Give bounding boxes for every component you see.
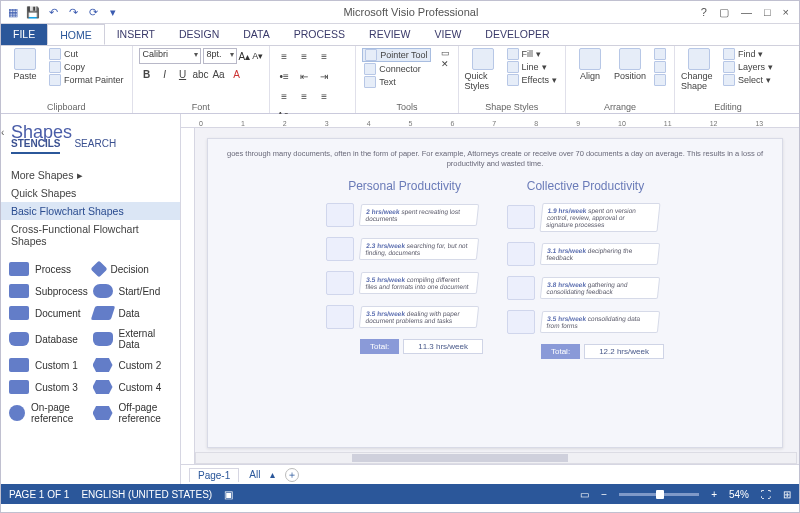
tab-insert[interactable]: INSERT: [105, 24, 167, 45]
strike-icon[interactable]: abc: [193, 66, 209, 82]
shape-custom-3[interactable]: Custom 3: [9, 378, 89, 396]
refresh-icon[interactable]: ⟳: [85, 4, 101, 20]
redo-icon[interactable]: ↷: [65, 4, 81, 20]
ruler-vertical: [181, 128, 195, 464]
fill-button[interactable]: Fill▾: [505, 48, 559, 60]
shape-start-end[interactable]: Start/End: [93, 282, 173, 300]
status-language[interactable]: ENGLISH (UNITED STATES): [81, 489, 212, 500]
layers-button[interactable]: Layers▾: [721, 61, 775, 73]
all-pages-chevron-icon[interactable]: ▴: [270, 469, 275, 480]
zoom-slider[interactable]: [619, 493, 699, 496]
bullets-icon[interactable]: •≡: [276, 68, 292, 84]
effects-button[interactable]: Effects▾: [505, 74, 559, 86]
align-right-icon[interactable]: ≡: [316, 88, 332, 104]
presentation-mode-icon[interactable]: ▭: [580, 489, 589, 500]
tab-process[interactable]: PROCESS: [282, 24, 357, 45]
tab-review[interactable]: REVIEW: [357, 24, 422, 45]
font-size-combo[interactable]: 8pt.: [203, 48, 237, 64]
format-painter-button[interactable]: Format Painter: [47, 74, 126, 86]
align-left-icon[interactable]: ≡: [276, 88, 292, 104]
collapse-shapes-icon[interactable]: ‹: [1, 127, 180, 138]
help-icon[interactable]: ?: [701, 6, 707, 19]
close-icon[interactable]: ×: [783, 6, 789, 19]
align-center-icon[interactable]: ≡: [296, 88, 312, 104]
align-button[interactable]: Align: [572, 48, 608, 81]
copy-button[interactable]: Copy: [47, 61, 126, 73]
align-middle-icon[interactable]: ≡: [296, 48, 312, 64]
shape-process[interactable]: Process: [9, 260, 89, 278]
add-page-button[interactable]: ＋: [285, 468, 299, 482]
status-page[interactable]: PAGE 1 OF 1: [9, 489, 69, 500]
tab-view[interactable]: VIEW: [423, 24, 474, 45]
scrollbar-horizontal[interactable]: [195, 452, 797, 464]
paste-button[interactable]: Paste: [7, 48, 43, 81]
group-icon[interactable]: [652, 74, 668, 86]
stencil-cross-functional[interactable]: Cross-Functional Flowchart Shapes: [11, 220, 170, 250]
connector-tool-button[interactable]: Connector: [362, 63, 430, 75]
font-color-icon[interactable]: A: [229, 66, 245, 82]
cut-button[interactable]: Cut: [47, 48, 126, 60]
shape-data[interactable]: Data: [93, 304, 173, 322]
tab-home[interactable]: HOME: [47, 24, 105, 45]
eraser-tool-icon[interactable]: ✕: [439, 59, 452, 69]
underline-icon[interactable]: U: [175, 66, 191, 82]
zoom-knob[interactable]: [656, 490, 664, 499]
save-icon[interactable]: 💾: [25, 4, 41, 20]
find-button[interactable]: Find▾: [721, 48, 775, 60]
indent-dec-icon[interactable]: ⇤: [296, 68, 312, 84]
select-button[interactable]: Select▾: [721, 74, 775, 86]
align-bottom-icon[interactable]: ≡: [316, 48, 332, 64]
quick-styles-button[interactable]: Quick Styles: [465, 48, 501, 91]
zoom-in-icon[interactable]: +: [711, 489, 717, 500]
tab-design[interactable]: DESIGN: [167, 24, 231, 45]
send-back-icon[interactable]: [652, 61, 668, 73]
align-top-icon[interactable]: ≡: [276, 48, 292, 64]
shape-custom-2[interactable]: Custom 2: [93, 356, 173, 374]
pan-zoom-icon[interactable]: ⊞: [783, 489, 791, 500]
stencil-basic-flowchart[interactable]: Basic Flowchart Shapes: [1, 202, 180, 220]
shape-custom-1[interactable]: Custom 1: [9, 356, 89, 374]
page-tab-1[interactable]: Page-1: [189, 468, 239, 482]
tab-data[interactable]: DATA: [231, 24, 281, 45]
ribbon-display-icon[interactable]: ▢: [719, 6, 729, 19]
text-tool-button[interactable]: Text: [362, 76, 430, 88]
undo-icon[interactable]: ↶: [45, 4, 61, 20]
shape-custom-4[interactable]: Custom 4: [93, 378, 173, 396]
shape-decision[interactable]: Decision: [93, 260, 173, 278]
scrollbar-thumb[interactable]: [352, 454, 568, 462]
increase-font-icon[interactable]: A▴: [239, 51, 251, 62]
change-shape-button[interactable]: Change Shape: [681, 48, 717, 91]
zoom-out-icon[interactable]: −: [601, 489, 607, 500]
shape-database[interactable]: Database: [9, 326, 89, 352]
minimize-icon[interactable]: —: [741, 6, 752, 19]
tab-file[interactable]: FILE: [1, 24, 47, 45]
fit-page-icon[interactable]: ⛶: [761, 489, 771, 500]
qat-dropdown-icon[interactable]: ▾: [105, 4, 121, 20]
more-shapes-link[interactable]: More Shapes ▸: [11, 166, 170, 184]
drawing-page[interactable]: goes through many documents, often in th…: [195, 128, 799, 464]
stencil-quick-shapes[interactable]: Quick Shapes: [11, 184, 170, 202]
font-family-combo[interactable]: Calibri: [139, 48, 201, 64]
pointer-tool-button[interactable]: Pointer Tool: [362, 48, 430, 62]
tab-developer[interactable]: DEVELOPER: [473, 24, 561, 45]
stencils-tab[interactable]: STENCILS: [11, 138, 60, 154]
shape-on-page-reference[interactable]: On-page reference: [9, 400, 89, 426]
text-highlight-icon[interactable]: Aa: [211, 66, 227, 82]
indent-inc-icon[interactable]: ⇥: [316, 68, 332, 84]
zoom-level[interactable]: 54%: [729, 489, 749, 500]
line-button[interactable]: Line▾: [505, 61, 559, 73]
shape-external-data[interactable]: External Data: [93, 326, 173, 352]
all-pages-button[interactable]: All: [249, 469, 260, 480]
shape-document[interactable]: Document: [9, 304, 89, 322]
shape-subprocess[interactable]: Subprocess: [9, 282, 89, 300]
search-tab[interactable]: SEARCH: [74, 138, 116, 154]
decrease-font-icon[interactable]: A▾: [252, 51, 263, 61]
maximize-icon[interactable]: □: [764, 6, 771, 19]
bold-icon[interactable]: B: [139, 66, 155, 82]
macro-record-icon[interactable]: ▣: [224, 489, 233, 500]
shape-off-page-reference[interactable]: Off-page reference: [93, 400, 173, 426]
position-button[interactable]: Position: [612, 48, 648, 81]
bring-front-icon[interactable]: [652, 48, 668, 60]
italic-icon[interactable]: I: [157, 66, 173, 82]
rectangle-tool-icon[interactable]: ▭: [439, 48, 452, 58]
